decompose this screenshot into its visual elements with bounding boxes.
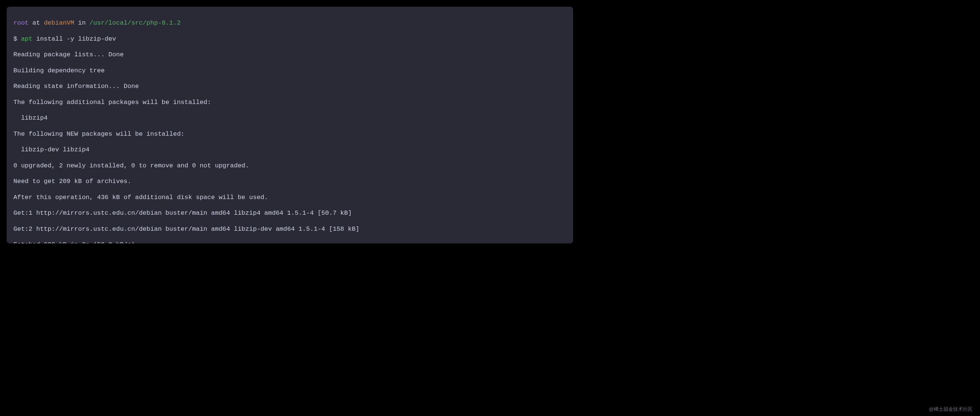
terminal-content[interactable]: root at debianVM in /usr/local/src/php-8… <box>13 11 566 244</box>
output-line: Reading package lists... Done <box>13 51 566 59</box>
output-line: Get:2 http://mirrors.ustc.edu.cn/debian … <box>13 225 566 233</box>
output-line: The following NEW packages will be insta… <box>13 130 566 138</box>
output-line: libzip-dev libzip4 <box>13 146 566 154</box>
terminal-window[interactable]: root at debianVM in /usr/local/src/php-8… <box>7 7 573 244</box>
command-line-1: $ apt install -y libzip-dev <box>13 35 566 43</box>
prompt-path: /usr/local/src/php-8.1.2 <box>89 19 181 27</box>
prompt-user: root <box>13 19 29 27</box>
output-line: Need to get 209 kB of archives. <box>13 177 566 185</box>
prompt-in: in <box>74 19 89 27</box>
output-line: Reading state information... Done <box>13 82 566 90</box>
output-line: After this operation, 436 kB of addition… <box>13 193 566 201</box>
command-name: apt <box>21 35 32 43</box>
prompt-at: at <box>29 19 44 27</box>
prompt-symbol: $ <box>13 35 21 43</box>
output-line: Fetched 209 kB in 3s (59.8 kB/s) <box>13 241 566 244</box>
output-line: Building dependency tree <box>13 67 566 75</box>
output-line: The following additional packages will b… <box>13 99 566 106</box>
command-args: install -y libzip-dev <box>32 35 116 43</box>
prompt-host: debianVM <box>44 19 75 27</box>
output-line: libzip4 <box>13 114 566 122</box>
prompt-line-1: root at debianVM in /usr/local/src/php-8… <box>13 19 566 27</box>
output-line: Get:1 http://mirrors.ustc.edu.cn/debian … <box>13 209 566 217</box>
watermark: @稀土掘金技术社区 <box>929 406 972 412</box>
output-line: 0 upgraded, 2 newly installed, 0 to remo… <box>13 162 566 170</box>
